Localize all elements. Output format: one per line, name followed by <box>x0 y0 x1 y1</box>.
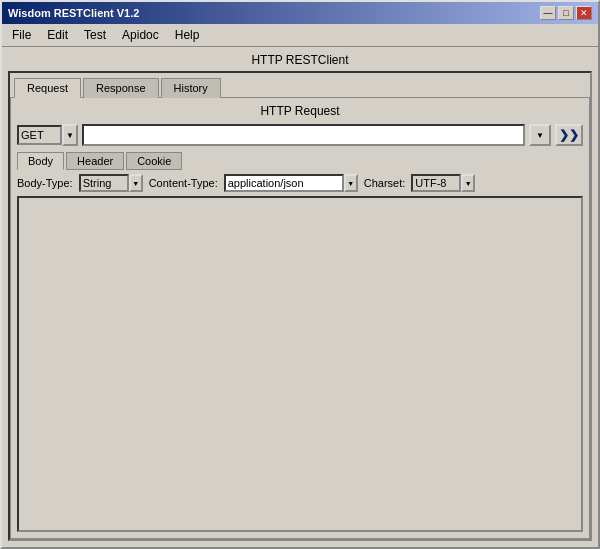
window-title: Wisdom RESTClient V1.2 <box>8 7 139 19</box>
url-dropdown-button[interactable]: ▼ <box>529 124 551 146</box>
menu-help[interactable]: Help <box>169 26 206 44</box>
inner-tab-bar: Body Header Cookie <box>17 152 583 170</box>
url-bar: GET POST PUT DELETE PATCH ▼ ▼ ❯❯ <box>17 124 583 146</box>
app-window: Wisdom RESTClient V1.2 — □ ✕ File Edit T… <box>0 0 600 549</box>
tab-content-request: HTTP Request GET POST PUT DELETE PATCH ▼ <box>10 97 590 539</box>
main-tab-bar: Request Response History <box>10 73 590 97</box>
content-area: HTTP RESTClient Request Response History… <box>2 47 598 547</box>
title-bar: Wisdom RESTClient V1.2 — □ ✕ <box>2 2 598 24</box>
charset-dropdown-icon[interactable]: ▼ <box>461 174 475 192</box>
menu-file[interactable]: File <box>6 26 37 44</box>
inner-tab-header[interactable]: Header <box>66 152 124 170</box>
main-panel: Request Response History HTTP Request GE… <box>8 71 592 541</box>
body-type-select[interactable]: String File <box>79 174 129 192</box>
section-title: HTTP Request <box>17 104 583 118</box>
content-type-dropdown-icon[interactable]: ▼ <box>344 174 358 192</box>
content-type-select[interactable]: application/json application/xml text/pl… <box>224 174 344 192</box>
menu-bar: File Edit Test Apidoc Help <box>2 24 598 47</box>
menu-test[interactable]: Test <box>78 26 112 44</box>
content-type-select-wrap: application/json application/xml text/pl… <box>224 174 358 192</box>
charset-label: Charset: <box>364 177 406 189</box>
method-dropdown-icon[interactable]: ▼ <box>62 124 78 146</box>
app-title: HTTP RESTClient <box>8 53 592 67</box>
charset-select-wrap: UTF-8 ISO-8859-1 US-ASCII ▼ <box>411 174 475 192</box>
minimize-button[interactable]: — <box>540 6 556 20</box>
inner-tab-body[interactable]: Body <box>17 152 64 170</box>
tab-response[interactable]: Response <box>83 78 159 98</box>
charset-select[interactable]: UTF-8 ISO-8859-1 US-ASCII <box>411 174 461 192</box>
window-controls: — □ ✕ <box>540 6 592 20</box>
url-input[interactable] <box>82 124 525 146</box>
method-select-wrap: GET POST PUT DELETE PATCH ▼ <box>17 124 78 146</box>
tab-history[interactable]: History <box>161 78 221 98</box>
body-type-dropdown-icon[interactable]: ▼ <box>129 174 143 192</box>
content-type-label: Content-Type: <box>149 177 218 189</box>
body-type-label: Body-Type: <box>17 177 73 189</box>
send-button[interactable]: ❯❯ <box>555 124 583 146</box>
tab-request[interactable]: Request <box>14 78 81 98</box>
close-button[interactable]: ✕ <box>576 6 592 20</box>
body-options: Body-Type: String File ▼ Content-Type: a… <box>17 174 583 192</box>
maximize-button[interactable]: □ <box>558 6 574 20</box>
menu-edit[interactable]: Edit <box>41 26 74 44</box>
body-editor[interactable] <box>17 196 583 532</box>
method-select[interactable]: GET POST PUT DELETE PATCH <box>17 125 62 145</box>
body-type-select-wrap: String File ▼ <box>79 174 143 192</box>
inner-tab-cookie[interactable]: Cookie <box>126 152 182 170</box>
menu-apidoc[interactable]: Apidoc <box>116 26 165 44</box>
